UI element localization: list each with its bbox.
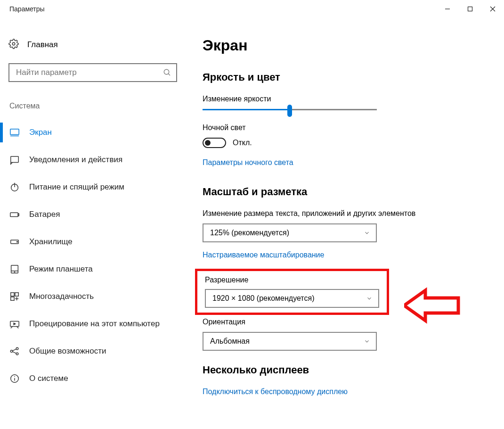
section-multidisplay: Несколько дисплеев <box>203 364 495 376</box>
night-light-settings-link[interactable]: Параметры ночного света <box>203 158 293 167</box>
sidebar-item-projecting[interactable]: Проецирование на этот компьютер <box>8 310 186 338</box>
sidebar-item-label: Экран <box>29 128 52 137</box>
resolution-dropdown[interactable]: 1920 × 1080 (рекомендуется) <box>205 289 379 308</box>
shared-icon <box>9 346 20 356</box>
notification-icon <box>9 155 20 165</box>
home-label: Главная <box>27 40 58 50</box>
resolution-value: 1920 × 1080 (рекомендуется) <box>212 294 314 303</box>
resolution-highlight: Разрешение 1920 × 1080 (рекомендуется) <box>195 269 389 315</box>
section-scale: Масштаб и разметка <box>203 186 495 198</box>
monitor-icon <box>9 127 20 138</box>
tablet-icon <box>9 264 20 274</box>
multitask-icon <box>9 291 20 302</box>
chevron-down-icon <box>366 295 373 302</box>
storage-icon <box>9 237 20 247</box>
svg-rect-7 <box>10 129 19 135</box>
projecting-icon <box>9 319 20 329</box>
sidebar-item-label: Питание и спящий режим <box>29 182 124 192</box>
chevron-down-icon <box>364 338 370 345</box>
resolution-label: Разрешение <box>205 276 379 284</box>
annotation-arrow-icon <box>404 287 461 326</box>
sidebar-item-storage[interactable]: Хранилище <box>8 228 186 256</box>
sidebar-item-about[interactable]: О системе <box>8 365 186 392</box>
search-icon <box>163 68 171 77</box>
brightness-label: Изменение яркости <box>203 95 495 103</box>
sidebar-item-notifications[interactable]: Уведомления и действия <box>8 146 186 173</box>
close-button[interactable] <box>481 0 504 18</box>
sidebar-item-shared[interactable]: Общие возможности <box>8 338 186 365</box>
slider-thumb-icon[interactable] <box>287 105 292 117</box>
search-input[interactable] <box>16 68 163 77</box>
svg-rect-1 <box>468 7 472 11</box>
sidebar-item-label: Проецирование на этот компьютер <box>29 319 160 329</box>
minimize-icon <box>445 6 450 12</box>
sidebar: Главная Система Экран Уведомления и дейс… <box>0 37 186 396</box>
main: Экран Яркость и цвет Изменение яркости Н… <box>186 37 504 396</box>
svg-point-28 <box>16 353 18 355</box>
orientation-dropdown[interactable]: Альбомная <box>203 332 377 351</box>
section-brightness: Яркость и цвет <box>203 71 495 83</box>
section-label: Система <box>9 102 186 110</box>
svg-rect-9 <box>11 157 19 163</box>
content: Главная Система Экран Уведомления и дейс… <box>0 18 504 396</box>
gear-icon <box>8 39 19 51</box>
sidebar-item-label: Батарея <box>29 210 60 219</box>
sidebar-item-label: О системе <box>29 374 68 383</box>
sidebar-item-multitask[interactable]: Многозадачность <box>8 283 186 310</box>
svg-point-33 <box>14 376 15 377</box>
night-light-state: Откл. <box>233 139 252 147</box>
svg-rect-20 <box>15 293 18 296</box>
svg-rect-19 <box>11 293 14 296</box>
nav-list: Экран Уведомления и действия Питание и с… <box>8 119 186 392</box>
svg-line-29 <box>13 349 16 351</box>
svg-point-18 <box>14 272 15 272</box>
custom-scaling-link[interactable]: Настраиваемое масштабирование <box>203 251 324 259</box>
svg-point-15 <box>17 241 18 242</box>
maximize-button[interactable] <box>459 0 481 18</box>
brightness-slider[interactable] <box>203 109 377 110</box>
close-icon <box>490 6 496 12</box>
svg-point-27 <box>16 347 18 350</box>
about-icon <box>9 373 20 384</box>
window-title: Параметры <box>9 5 45 13</box>
minimize-button[interactable] <box>436 0 459 18</box>
page-title: Экран <box>203 37 495 54</box>
maximize-icon <box>467 6 473 12</box>
svg-point-4 <box>12 42 15 45</box>
power-icon <box>9 182 20 192</box>
svg-rect-12 <box>10 213 18 216</box>
sidebar-item-label: Общие возможности <box>29 346 106 356</box>
sidebar-item-label: Хранилище <box>29 237 73 247</box>
svg-point-5 <box>164 69 169 74</box>
scale-dropdown[interactable]: 125% (рекомендуется) <box>203 223 377 242</box>
svg-rect-13 <box>18 214 19 216</box>
chevron-down-icon <box>364 230 370 236</box>
svg-marker-25 <box>14 323 16 325</box>
night-light-label: Ночной свет <box>203 124 495 132</box>
night-light-toggle[interactable] <box>203 138 226 148</box>
sidebar-item-label: Уведомления и действия <box>29 155 122 165</box>
svg-line-6 <box>168 74 170 75</box>
sidebar-item-label: Режим планшета <box>29 264 93 274</box>
sidebar-item-tablet[interactable]: Режим планшета <box>8 256 186 283</box>
window-controls <box>436 0 504 18</box>
sidebar-item-power[interactable]: Питание и спящий режим <box>8 173 186 201</box>
orientation-value: Альбомная <box>210 337 250 346</box>
battery-icon <box>9 209 20 220</box>
svg-point-26 <box>10 350 13 353</box>
home-link[interactable]: Главная <box>8 37 186 63</box>
svg-rect-21 <box>11 297 14 300</box>
svg-line-30 <box>13 352 16 354</box>
wireless-display-link[interactable]: Подключиться к беспроводному дисплею <box>203 388 348 396</box>
scale-label: Изменение размера текста, приложений и д… <box>203 209 495 218</box>
sidebar-item-battery[interactable]: Батарея <box>8 201 186 228</box>
toggle-knob-icon <box>205 140 211 146</box>
search-box[interactable] <box>8 63 177 82</box>
titlebar: Параметры <box>0 0 504 18</box>
sidebar-item-label: Многозадачность <box>29 292 94 301</box>
scale-value: 125% (рекомендуется) <box>210 229 289 237</box>
sidebar-item-display[interactable]: Экран <box>8 119 186 146</box>
